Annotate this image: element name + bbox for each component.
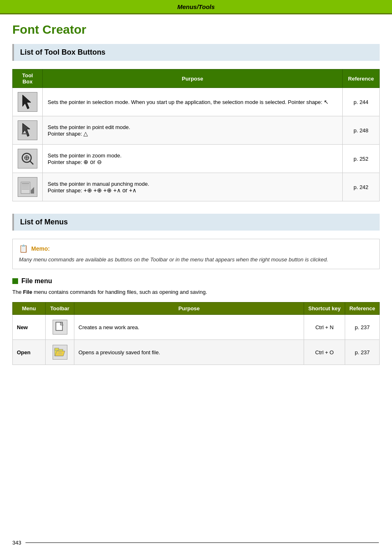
tool-purpose-main: Sets the pointer in manual punching mode…: [48, 181, 337, 187]
ref-cell: p. 237: [345, 340, 380, 365]
memo-label: Memo:: [31, 245, 50, 252]
shortcut-cell: Ctrl + O: [304, 340, 345, 365]
table-row: New Creates a new work area. Ctrl + N p.…: [13, 315, 380, 340]
tool-box-table: Tool Box Purpose Reference Sets the poin…: [12, 69, 380, 201]
col-purpose: Purpose: [74, 302, 304, 315]
tool-icon-cell: [13, 88, 43, 116]
top-bar: Menus/Tools: [0, 0, 392, 13]
footer-line: [25, 542, 379, 543]
pointer-symbol-2: △: [83, 130, 88, 137]
top-bar-title: Menus/Tools: [177, 3, 214, 10]
toolbar-icon-cell: [46, 315, 74, 340]
svg-rect-12: [22, 188, 29, 188]
page-title: Font Creator: [12, 23, 380, 37]
table-row: Open Opens a previously saved font file.…: [13, 340, 380, 365]
col-purpose: Purpose: [43, 69, 343, 88]
tool-purpose-sub: Pointer shape: +⊕ +⊕ +⊕ +∧ or +∧: [48, 187, 337, 194]
purpose-cell: Creates a new work area.: [74, 315, 304, 340]
tool-box-section-heading: List of Tool Box Buttons: [12, 44, 380, 61]
page-footer: 343: [12, 540, 379, 546]
table-row: Sets the pointer in selection mode. When…: [13, 88, 380, 116]
pointer-symbol-4: +⊕ +⊕ +⊕ +∧ or +∧: [83, 187, 136, 194]
table-row: Sets the pointer in zoom mode. Pointer s…: [13, 145, 380, 173]
col-reference: Reference: [343, 69, 380, 88]
tool-purpose-cell: Sets the pointer in selection mode. When…: [43, 88, 343, 116]
point-edit-icon: [18, 120, 37, 140]
tool-purpose-sub: Pointer shape: ⊕ or ⊖: [48, 159, 337, 165]
tool-purpose-cell: Sets the pointer in manual punching mode…: [43, 173, 343, 201]
tool-icon-cell: [13, 145, 43, 173]
memo-header: 📋 Memo:: [19, 244, 373, 253]
pointer-symbol: ↖: [324, 99, 329, 105]
file-menu-description: The File menu contains commands for hand…: [12, 288, 380, 296]
desc-bold: File: [23, 289, 32, 295]
open-file-icon: [53, 345, 67, 360]
svg-marker-1: [23, 123, 30, 136]
svg-rect-11: [22, 187, 29, 187]
menus-section-heading: List of Menus: [12, 214, 380, 231]
selection-icon: [18, 92, 37, 112]
file-menu-label: File menu: [21, 277, 52, 285]
tool-ref-cell-4: p. 242: [343, 173, 380, 201]
col-toolbox: Tool Box: [13, 69, 43, 88]
shortcut-cell: Ctrl + N: [304, 315, 345, 340]
memo-box: 📋 Memo: Many menu commands are available…: [12, 239, 380, 269]
svg-rect-9: [22, 183, 29, 185]
svg-marker-0: [23, 95, 31, 109]
svg-line-5: [30, 161, 33, 164]
svg-rect-2: [22, 133, 27, 134]
tool-icon-cell: [13, 173, 43, 201]
toolbar-icon-cell: [46, 340, 74, 365]
tool-ref-cell-2: p. 248: [343, 116, 380, 145]
memo-icon: 📋: [19, 244, 28, 253]
tool-purpose-text: Sets the pointer in selection mode. When…: [48, 99, 324, 105]
ref-cell: p. 237: [345, 315, 380, 340]
new-file-icon: [53, 320, 67, 335]
tool-ref-cell-3: p. 252: [343, 145, 380, 173]
desc-post: menu contains commands for handling file…: [32, 289, 207, 295]
svg-marker-14: [31, 187, 34, 194]
pointer-symbol-3: ⊕ or ⊖: [83, 159, 101, 165]
menu-name: New: [13, 315, 46, 340]
menu-name: Open: [13, 340, 46, 365]
file-menu-heading: File menu: [12, 277, 380, 285]
tool-ref-cell: p. 244: [343, 88, 380, 116]
desc-pre: The: [12, 289, 23, 295]
tool-purpose-main: Sets the pointer in point edit mode.: [48, 124, 337, 130]
table-row: Sets the pointer in point edit mode. Poi…: [13, 116, 380, 145]
svg-rect-18: [55, 348, 59, 350]
menu-table: Menu Toolbar Purpose Shortcut key Refere…: [12, 302, 380, 365]
punch-icon: [18, 177, 37, 197]
square-icon: [12, 278, 18, 284]
page-number: 343: [12, 540, 21, 546]
memo-text: Many menu commands are available as butt…: [19, 256, 373, 264]
tool-icon-cell: [13, 116, 43, 145]
purpose-cell: Opens a previously saved font file.: [74, 340, 304, 365]
col-shortcut: Shortcut key: [304, 302, 345, 315]
tool-purpose-cell: Sets the pointer in zoom mode. Pointer s…: [43, 145, 343, 173]
main-content: Font Creator List of Tool Box Buttons To…: [0, 14, 392, 390]
table-row: Sets the pointer in manual punching mode…: [13, 173, 380, 201]
tool-purpose-sub: Pointer shape: △: [48, 130, 337, 137]
col-reference: Reference: [345, 302, 380, 315]
tool-purpose-main: Sets the pointer in zoom mode.: [48, 152, 337, 159]
col-menu: Menu: [13, 302, 46, 315]
svg-rect-10: [22, 185, 29, 186]
zoom-icon: [18, 149, 37, 169]
svg-rect-13: [22, 189, 29, 189]
tool-purpose-cell: Sets the pointer in point edit mode. Poi…: [43, 116, 343, 145]
col-toolbar: Toolbar: [46, 302, 74, 315]
